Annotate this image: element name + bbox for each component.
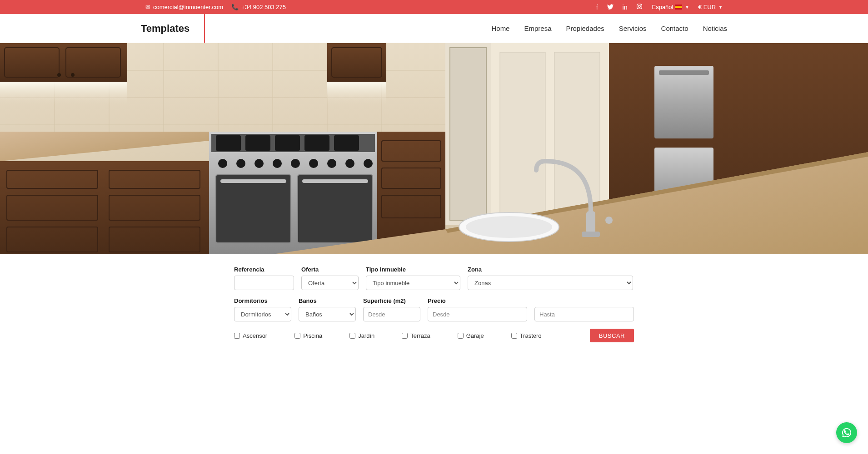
svg-rect-22 [327,82,386,104]
navbar: Templates Home Empresa Propiedades Servi… [0,14,868,43]
field-referencia: Referencia [234,266,294,290]
topbar-left: ✉ comercial@inmoenter.com 📞 +34 902 503 … [145,4,286,10]
input-referencia[interactable] [234,276,294,290]
field-superficie: Superficie (m2) [363,297,420,321]
checks-row: Ascensor Piscina Jardín Terraza Garaje T… [234,329,634,342]
svg-rect-68 [586,211,595,234]
twitter-icon[interactable] [607,4,614,11]
select-tipo[interactable]: Tipo inmueble [366,276,460,290]
nav-home[interactable]: Home [491,25,509,32]
nav-contacto[interactable]: Contacto [661,25,688,32]
input-superficie[interactable] [363,307,420,321]
svg-rect-27 [245,135,270,151]
svg-point-32 [236,159,245,168]
checkbox-trastero[interactable] [511,333,517,339]
svg-point-34 [273,159,282,168]
envelope-icon: ✉ [145,4,150,10]
contact-email[interactable]: ✉ comercial@inmoenter.com [145,4,223,10]
nav-propiedades[interactable]: Propiedades [566,25,604,32]
select-dormitorios[interactable]: Dormitorios [234,307,291,321]
svg-point-39 [364,159,373,168]
svg-point-17 [57,73,61,77]
checkbox-terraza[interactable] [402,333,408,339]
language-label: Español [652,4,673,10]
select-banos[interactable]: Baños [299,307,356,321]
field-banos: Baños Baños [299,297,356,321]
chk-ascensor-label: Ascensor [243,332,267,339]
phone-text: +34 902 503 275 [241,4,286,10]
svg-point-37 [327,159,336,168]
label-precio: Precio [428,297,634,304]
chk-terraza-label: Terraza [410,332,430,339]
svg-point-1 [639,5,641,8]
checkbox-ascensor[interactable] [234,333,240,339]
nav-servicios[interactable]: Servicios [619,25,647,32]
email-text: comercial@inmoenter.com [153,4,223,10]
field-tipo: Tipo inmueble Tipo inmueble [366,266,460,290]
field-dormitorios: Dormitorios Dormitorios [234,297,291,321]
label-oferta: Oferta [301,266,359,273]
svg-rect-69 [582,232,600,237]
svg-rect-63 [659,70,709,75]
facebook-icon[interactable]: f [596,4,598,11]
language-selector[interactable]: Español ▼ [652,4,689,10]
chk-jardin[interactable]: Jardín [349,332,374,339]
search-button[interactable]: BUSCAR [590,329,634,342]
svg-point-70 [605,217,613,224]
hero-image [0,43,868,254]
svg-point-33 [254,159,264,168]
search-row-2: Dormitorios Dormitorios Baños Baños Supe… [234,297,634,321]
svg-point-18 [71,73,75,77]
svg-rect-19 [0,82,127,104]
select-oferta[interactable]: Oferta [301,276,359,290]
chk-garaje-label: Garaje [466,332,484,339]
search-form: Referencia Oferta Oferta Tipo inmueble T… [229,266,639,342]
label-zona: Zona [468,266,633,273]
search-row-1: Referencia Oferta Oferta Tipo inmueble T… [234,266,634,290]
chk-terraza[interactable]: Terraza [402,332,430,339]
caret-down-icon: ▼ [718,5,723,10]
svg-point-36 [309,159,318,168]
field-zona: Zona Zonas [468,266,633,290]
svg-point-38 [345,159,354,168]
contact-phone[interactable]: 📞 +34 902 503 275 [231,4,286,10]
svg-rect-56 [450,48,486,220]
select-zona[interactable]: Zonas [468,276,633,290]
logo[interactable]: Templates [141,14,205,43]
linkedin-icon[interactable]: in [623,4,628,11]
svg-rect-43 [302,179,368,183]
topbar-right: f in Español ▼ € EUR ▼ [596,3,723,11]
checks: Ascensor Piscina Jardín Terraza Garaje T… [234,332,542,339]
svg-rect-41 [298,175,373,243]
svg-rect-61 [654,66,713,138]
chk-garaje[interactable]: Garaje [458,332,484,339]
input-precio-desde[interactable] [428,307,527,321]
chk-piscina[interactable]: Piscina [294,332,322,339]
nav-empresa[interactable]: Empresa [524,25,551,32]
checkbox-garaje[interactable] [458,333,464,339]
svg-rect-44 [0,161,209,254]
chk-trastero[interactable]: Trastero [511,332,542,339]
field-precio: Precio [428,297,634,321]
nav-noticias[interactable]: Noticias [703,25,727,32]
svg-rect-20 [327,43,386,82]
svg-rect-30 [334,135,359,151]
phone-icon: 📞 [231,4,239,10]
caret-down-icon: ▼ [685,5,689,10]
field-oferta: Oferta Oferta [301,266,359,290]
currency-code: EUR [703,4,716,10]
chk-trastero-label: Trastero [520,332,542,339]
topbar: ✉ comercial@inmoenter.com 📞 +34 902 503 … [0,0,868,14]
checkbox-jardin[interactable] [349,333,355,339]
input-precio-hasta[interactable] [534,307,634,321]
currency-selector[interactable]: € EUR ▼ [698,4,723,10]
svg-rect-58 [500,52,545,216]
svg-point-67 [466,216,552,238]
social-icons: f in [596,3,643,11]
checkbox-piscina[interactable] [294,333,300,339]
label-banos: Baños [299,297,356,304]
svg-rect-28 [275,135,300,151]
svg-rect-59 [554,52,600,216]
chk-ascensor[interactable]: Ascensor [234,332,267,339]
instagram-icon[interactable] [636,3,643,11]
